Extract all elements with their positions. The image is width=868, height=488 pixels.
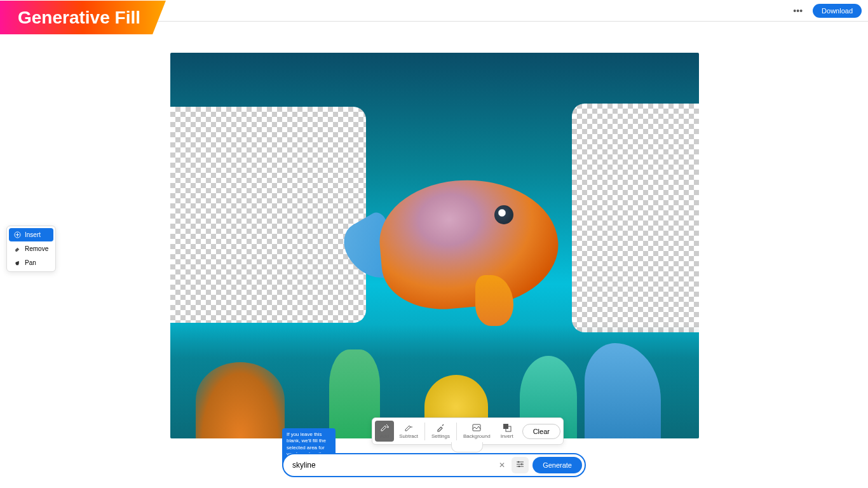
prompt-input[interactable]: [292, 457, 492, 473]
page-title: Generative Fill: [0, 1, 166, 34]
invert-button[interactable]: Invert: [496, 421, 519, 442]
invert-label: Invert: [501, 433, 513, 439]
remove-label: Remove: [25, 245, 48, 252]
more-options-button[interactable]: •••: [790, 3, 805, 18]
download-button[interactable]: Download: [813, 4, 862, 18]
brush-minus-icon: [404, 423, 413, 432]
insert-label: Insert: [25, 231, 41, 238]
hand-icon: [14, 259, 21, 266]
plus-sparkle-icon: [14, 231, 21, 238]
settings-label: Settings: [431, 433, 450, 439]
svg-point-4: [518, 461, 520, 463]
eraser-icon: [14, 245, 21, 252]
background-label: Background: [463, 433, 491, 439]
close-icon: ✕: [499, 461, 505, 470]
background-button[interactable]: Background: [458, 421, 496, 442]
brush-toolbar: Add Subtract Settings Background Invert …: [372, 417, 564, 445]
ellipsis-icon: •••: [793, 6, 803, 16]
brush-icon: [436, 423, 445, 432]
add-brush-button[interactable]: Add: [375, 421, 394, 442]
prompt-bar: ✕ Generate: [282, 453, 586, 477]
selection-mask-right: [572, 104, 699, 332]
clear-button[interactable]: Clear: [522, 424, 560, 439]
invert-icon: [503, 423, 512, 432]
svg-point-5: [521, 463, 523, 465]
separator: [456, 423, 457, 440]
sliders-icon: [516, 460, 524, 470]
add-label: Add: [380, 433, 389, 439]
selection-mask-left: [170, 107, 366, 323]
generate-button[interactable]: Generate: [532, 457, 582, 473]
separator: [424, 423, 425, 440]
mode-toolbar: Insert Remove Pan: [6, 226, 56, 272]
remove-mode-button[interactable]: Remove: [9, 242, 53, 255]
brush-settings-button[interactable]: Settings: [426, 421, 455, 442]
subtract-brush-button[interactable]: Subtract: [394, 421, 423, 442]
pan-label: Pan: [25, 259, 36, 266]
image-subject-fish: [367, 167, 571, 332]
clear-prompt-button[interactable]: ✕: [496, 458, 508, 472]
prompt-settings-button[interactable]: [512, 457, 529, 473]
svg-point-6: [519, 466, 520, 468]
toolbar-connector: [451, 442, 483, 452]
brush-plus-icon: [380, 423, 389, 432]
image-icon: [472, 423, 481, 432]
canvas[interactable]: [170, 53, 699, 438]
pan-mode-button[interactable]: Pan: [9, 256, 53, 269]
subtract-label: Subtract: [399, 433, 418, 439]
insert-mode-button[interactable]: Insert: [9, 228, 53, 241]
